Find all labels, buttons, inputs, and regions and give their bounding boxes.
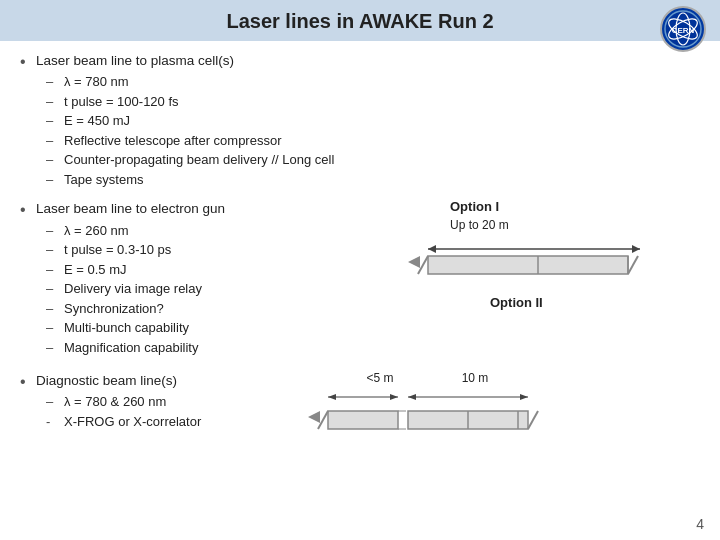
electron-item-7: – Magnification capability [46,338,380,358]
option1-diagram [390,234,670,289]
option1-label: Option I [450,199,499,214]
plasma-item-3: – E = 450 mJ [46,111,700,131]
electron-item-1-text: λ = 260 nm [64,221,129,241]
diagnostic-heading-row: • Diagnostic beam line(s) – λ = 780 & 26… [20,371,280,431]
dash-2: – [46,92,64,112]
arr-l1-opt2 [328,394,336,400]
electron-sublist: – λ = 260 nm – t pulse = 0.3-10 ps – E =… [46,221,380,358]
electron-text: • Laser beam line to electron gun – λ = … [20,199,380,361]
electron-item-6-text: Multi-bunch capability [64,318,189,338]
option2-diagram [290,387,570,447]
diag-item-1: – λ = 780 & 260 nm [46,392,280,412]
beam-seg1-opt2 [328,411,398,429]
e-dash-5: – [46,299,64,319]
e-dash-4: – [46,279,64,299]
section-electron: • Laser beam line to electron gun – λ = … [20,199,700,361]
page-title: Laser lines in AWAKE Run 2 [226,10,493,32]
arr-r1-opt2 [390,394,398,400]
plasma-item-1-text: λ = 780 nm [64,72,129,92]
electron-item-4: – Delivery via image relay [46,279,380,299]
diagnostic-content: Diagnostic beam line(s) – λ = 780 & 260 … [36,371,280,431]
electron-heading: Laser beam line to electron gun [36,199,380,219]
cern-logo: CERN [660,6,706,52]
relay-right-opt2 [528,411,538,429]
diag-dash-2: - [46,412,64,432]
plasma-item-2: – t pulse = 100-120 fs [46,92,700,112]
beam-tube-opt1 [428,256,628,274]
electron-item-2-text: t pulse = 0.3-10 ps [64,240,171,260]
plasma-item-5-text: Counter-propagating beam delivery // Lon… [64,150,334,170]
electron-item-6: – Multi-bunch capability [46,318,380,338]
main-content: • Laser beam line to plasma cell(s) – λ … [0,41,720,451]
e-dash-3: – [46,260,64,280]
diag-item-2-text: X-FROG or X-correlator [64,412,201,432]
option2-diagram-area: <5 m 10 m [280,371,700,447]
diagnostic-sublist: – λ = 780 & 260 nm - X-FROG or X-correla… [46,392,280,431]
electron-item-4-text: Delivery via image relay [64,279,202,299]
option1-sublabel: Up to 20 m [450,218,509,232]
option2-label: Option II [490,295,543,310]
diag-dash-1: – [46,392,64,412]
plasma-heading-row: • Laser beam line to plasma cell(s) – λ … [20,51,700,189]
arr-r2-opt2 [520,394,528,400]
relay-arrow-right-opt1 [628,256,638,274]
arrow-left-opt1 [408,256,420,268]
dash-3: – [46,111,64,131]
page-number: 4 [696,516,704,532]
arrow-left-extent-opt1 [428,245,436,253]
bullet-dot-electron: • [20,199,36,221]
plasma-content: Laser beam line to plasma cell(s) – λ = … [36,51,700,189]
plasma-item-6: – Tape systems [46,170,700,190]
dash-5: – [46,150,64,170]
plasma-item-4: – Reflective telescope after compressor [46,131,700,151]
plasma-item-5: – Counter-propagating beam delivery // L… [46,150,700,170]
e-dash-7: – [46,338,64,358]
dash-4: – [46,131,64,151]
dash-1: – [46,72,64,92]
dash-6: – [46,170,64,190]
distance1-label: <5 m [340,371,420,385]
distance2-label: 10 m [420,371,530,385]
plasma-item-2-text: t pulse = 100-120 fs [64,92,179,112]
electron-item-5: – Synchronization? [46,299,380,319]
arrow-left-opt2 [308,411,320,423]
electron-item-5-text: Synchronization? [64,299,164,319]
arr-l2-opt2 [408,394,416,400]
electron-heading-row: • Laser beam line to electron gun – λ = … [20,199,380,357]
e-dash-1: – [46,221,64,241]
plasma-item-3-text: E = 450 mJ [64,111,130,131]
electron-item-2: – t pulse = 0.3-10 ps [46,240,380,260]
diagnostic-text: • Diagnostic beam line(s) – λ = 780 & 26… [20,371,280,435]
bottom-section: • Diagnostic beam line(s) – λ = 780 & 26… [20,371,700,447]
option2-label-container: Option II [430,295,543,314]
title-bar: Laser lines in AWAKE Run 2 CERN [0,0,720,41]
electron-content: Laser beam line to electron gun – λ = 26… [36,199,380,357]
option2-distances: <5 m 10 m [340,371,700,385]
electron-item-3-text: E = 0.5 mJ [64,260,127,280]
bullet-dot-diag: • [20,371,36,393]
arrow-right-extent-opt1 [632,245,640,253]
diag-item-1-text: λ = 780 & 260 nm [64,392,166,412]
electron-diagram-area: • Laser beam line to electron gun – λ = … [20,199,700,361]
electron-item-7-text: Magnification capability [64,338,198,358]
diag-item-2: - X-FROG or X-correlator [46,412,280,432]
e-dash-2: – [46,240,64,260]
plasma-heading: Laser beam line to plasma cell(s) [36,51,700,71]
plasma-item-4-text: Reflective telescope after compressor [64,131,281,151]
option1-diagram-area: Option I Up to 20 m [380,199,700,361]
bullet-dot-plasma: • [20,51,36,73]
diagnostic-heading: Diagnostic beam line(s) [36,371,280,391]
e-dash-6: – [46,318,64,338]
section-plasma: • Laser beam line to plasma cell(s) – λ … [20,51,700,189]
plasma-item-1: – λ = 780 nm [46,72,700,92]
plasma-sublist: – λ = 780 nm – t pulse = 100-120 fs – E … [46,72,700,189]
plasma-item-6-text: Tape systems [64,170,143,190]
svg-text:CERN: CERN [672,26,695,35]
electron-item-1: – λ = 260 nm [46,221,380,241]
electron-item-3: – E = 0.5 mJ [46,260,380,280]
